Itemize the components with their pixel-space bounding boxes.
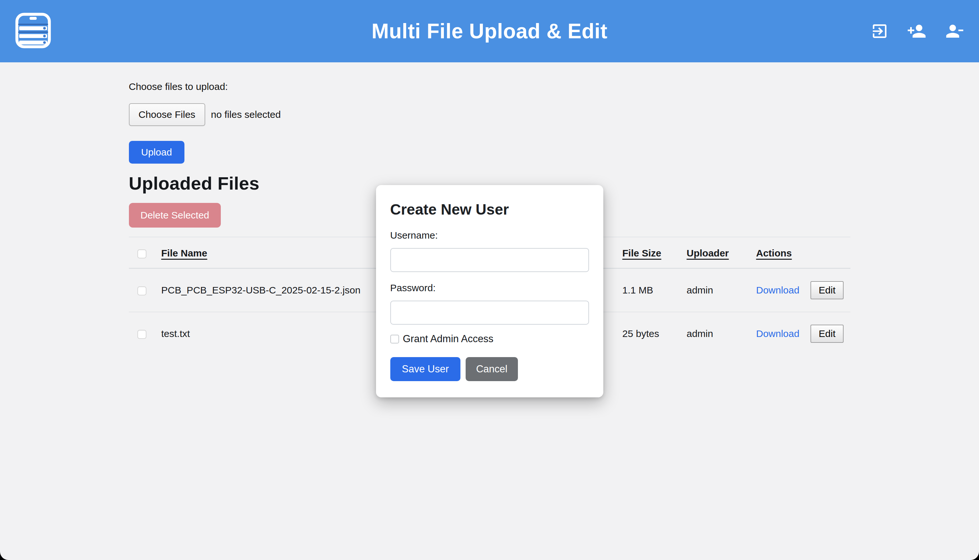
- column-header-file-size[interactable]: File Size: [622, 237, 687, 268]
- choose-files-button[interactable]: Choose Files: [129, 103, 205, 126]
- file-input: Choose Files no files selected: [129, 103, 851, 126]
- delete-selected-button[interactable]: Delete Selected: [129, 203, 221, 228]
- row-checkbox[interactable]: [137, 286, 147, 295]
- grant-admin-row: Grant Admin Access: [390, 333, 589, 345]
- create-user-modal: Create New User Username: Password: Gran…: [376, 185, 603, 397]
- save-user-button[interactable]: Save User: [390, 357, 461, 381]
- server-stack-icon: [15, 12, 51, 50]
- app-header: Multi File Upload & Edit: [0, 0, 979, 62]
- edit-button[interactable]: Edit: [811, 325, 844, 343]
- actions-cell: Download Edit: [756, 268, 851, 312]
- person-add-icon[interactable]: [907, 22, 926, 41]
- uploader-cell: admin: [687, 268, 756, 312]
- download-link[interactable]: Download: [756, 285, 799, 295]
- logout-icon[interactable]: [871, 22, 889, 40]
- grant-admin-label: Grant Admin Access: [403, 333, 494, 345]
- password-label: Password:: [390, 282, 589, 293]
- select-all-checkbox[interactable]: [137, 249, 147, 258]
- uploader-cell: admin: [687, 312, 756, 355]
- file-size-cell: 25 bytes: [622, 312, 687, 355]
- username-label: Username:: [390, 230, 589, 241]
- actions-cell: Download Edit: [756, 312, 851, 355]
- page: Multi File Upload & Edit Choose files to…: [0, 0, 979, 560]
- cancel-button[interactable]: Cancel: [465, 357, 518, 381]
- password-field[interactable]: [390, 301, 589, 325]
- column-header-actions[interactable]: Actions: [756, 237, 851, 268]
- person-remove-icon[interactable]: [945, 22, 964, 41]
- column-header-uploader[interactable]: Uploader: [687, 237, 756, 268]
- page-title: Multi File Upload & Edit: [372, 19, 607, 43]
- upload-button[interactable]: Upload: [129, 141, 184, 163]
- file-input-status: no files selected: [211, 109, 281, 120]
- modal-buttons: Save User Cancel: [390, 357, 589, 381]
- header-actions: [871, 22, 964, 41]
- row-checkbox[interactable]: [137, 330, 147, 339]
- edit-button[interactable]: Edit: [811, 281, 844, 299]
- modal-title: Create New User: [390, 201, 589, 218]
- download-link[interactable]: Download: [756, 328, 799, 339]
- app-logo: [15, 12, 51, 50]
- grant-admin-checkbox[interactable]: [390, 335, 399, 343]
- username-field[interactable]: [390, 248, 589, 272]
- file-size-cell: 1.1 MB: [622, 268, 687, 312]
- choose-files-label: Choose files to upload:: [129, 62, 851, 92]
